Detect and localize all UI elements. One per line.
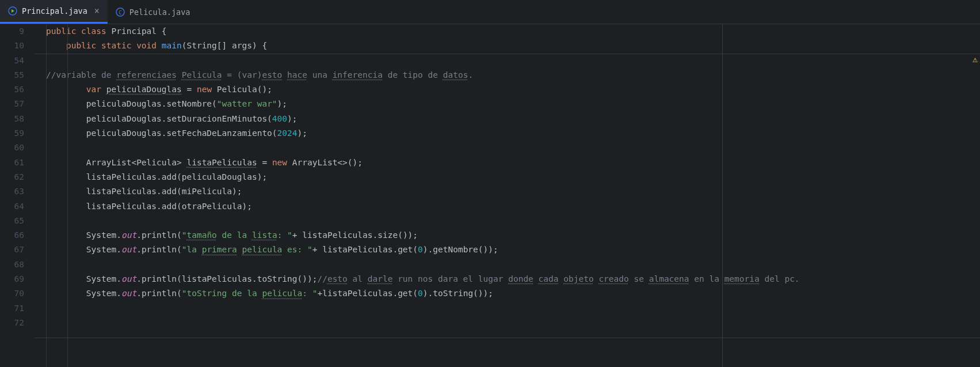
code-area[interactable]: ⚠ public class Principal { public static… — [35, 24, 980, 367]
code-line[interactable]: System.out.println("tamaño de la lista: … — [35, 228, 980, 243]
right-margin-guide — [722, 24, 723, 367]
code-line[interactable]: listaPeliculas.add(otraPelicula); — [35, 199, 980, 214]
code-line[interactable]: peliculaDouglas.setFechaDeLanzamiento(20… — [35, 126, 980, 141]
line-number: 56 — [0, 82, 24, 97]
code-line[interactable]: peliculaDouglas.setNombre("watter war"); — [35, 97, 980, 111]
line-number: 68 — [0, 258, 24, 272]
code-line[interactable]: listaPeliculas.add(peliculaDouglas); — [35, 170, 980, 184]
line-number: 61 — [0, 156, 24, 170]
line-number: 64 — [0, 199, 24, 214]
close-icon[interactable]: × — [94, 6, 100, 16]
line-number: 9 — [0, 24, 24, 39]
indent-guide — [67, 24, 68, 367]
line-number: 57 — [0, 97, 24, 111]
tab-principal-java[interactable]: Principal.java × — [0, 0, 108, 24]
code-line[interactable]: //variable de referenciaes Pelicula = (v… — [35, 68, 980, 82]
line-number: 62 — [0, 170, 24, 184]
tab-label: Pelicula.java — [129, 7, 190, 17]
line-number: 66 — [0, 228, 24, 243]
line-number: 70 — [0, 286, 24, 301]
tab-pelicula-java[interactable]: C Pelicula.java — [108, 0, 199, 24]
code-line[interactable]: var peliculaDouglas = new Pelicula(); — [35, 82, 980, 97]
code-line[interactable] — [35, 316, 980, 330]
line-number-gutter: 9105455565758596061626364656667686970717… — [0, 24, 35, 367]
code-line[interactable]: System.out.println("la primera pelicula … — [35, 243, 980, 257]
code-line[interactable] — [35, 301, 980, 316]
editor[interactable]: 9105455565758596061626364656667686970717… — [0, 24, 980, 367]
sticky-separator — [35, 54, 980, 54]
line-number: 71 — [0, 301, 24, 316]
code-line[interactable]: public class Principal { — [35, 24, 980, 39]
line-number: 60 — [0, 141, 24, 155]
line-number: 54 — [0, 54, 24, 68]
svg-text:C: C — [119, 9, 121, 15]
code-line[interactable]: System.out.println(listaPeliculas.toStri… — [35, 272, 980, 286]
code-line[interactable]: System.out.println("toString de la pelic… — [35, 286, 980, 301]
line-number: 59 — [0, 126, 24, 141]
code-line[interactable]: ArrayList<Pelicula> listaPeliculas = new… — [35, 156, 980, 170]
code-line[interactable] — [35, 258, 980, 272]
line-number: 69 — [0, 272, 24, 286]
editor-tab-bar: Principal.java × C Pelicula.java — [0, 0, 980, 24]
line-number: 72 — [0, 316, 24, 330]
line-number: 10 — [0, 39, 24, 53]
class-run-icon — [8, 6, 17, 16]
code-line[interactable] — [35, 54, 980, 68]
indent-guide — [46, 24, 47, 367]
code-line[interactable]: listaPeliculas.add(miPelicula); — [35, 184, 980, 199]
tab-label: Principal.java — [22, 6, 87, 16]
code-line[interactable]: public static void main(String[] args) { — [35, 39, 980, 53]
line-number: 67 — [0, 243, 24, 257]
code-line[interactable] — [35, 214, 980, 228]
editor-bottom-border — [35, 338, 980, 338]
line-number: 63 — [0, 184, 24, 199]
line-number: 65 — [0, 214, 24, 228]
code-line[interactable]: peliculaDouglas.setDuracionEnMinutos(400… — [35, 112, 980, 126]
warning-icon[interactable]: ⚠ — [973, 54, 978, 65]
line-number: 58 — [0, 112, 24, 126]
code-line[interactable] — [35, 141, 980, 155]
class-icon: C — [116, 7, 125, 17]
line-number: 55 — [0, 68, 24, 82]
